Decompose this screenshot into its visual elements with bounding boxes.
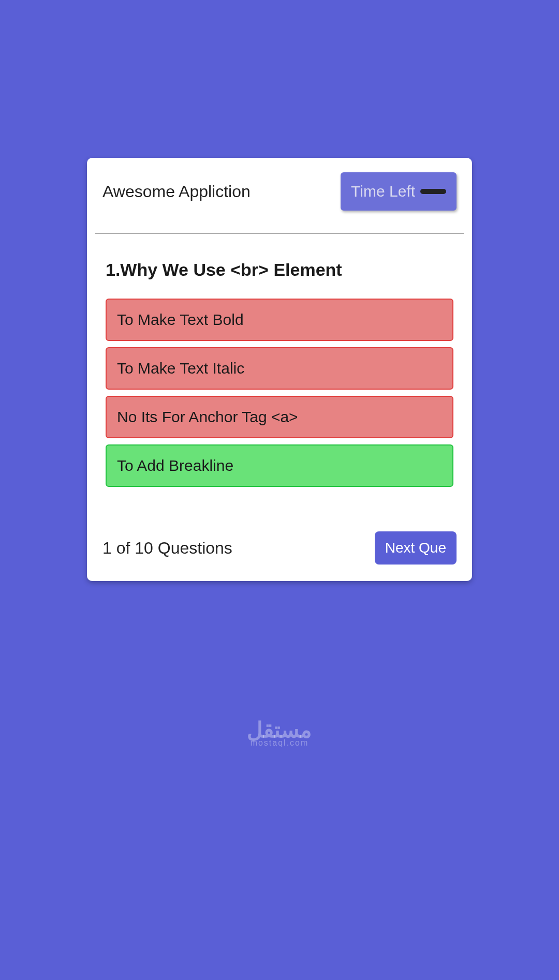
question-text: 1.Why We Use <br> Element bbox=[106, 260, 453, 280]
options-list: To Make Text Bold To Make Text Italic No… bbox=[106, 299, 453, 487]
watermark-arabic: مستقل bbox=[247, 719, 312, 741]
time-left-label: Time Left bbox=[351, 183, 415, 200]
option-1[interactable]: To Make Text Bold bbox=[106, 299, 453, 341]
watermark: مستقل mostaql.com bbox=[247, 719, 312, 747]
card-header: Awesome Appliction Time Left bbox=[95, 158, 464, 223]
card-footer: 1 of 10 Questions Next Que bbox=[95, 497, 464, 581]
question-block: 1.Why We Use <br> Element To Make Text B… bbox=[95, 234, 464, 497]
option-2[interactable]: To Make Text Italic bbox=[106, 347, 453, 390]
quiz-card: Awesome Appliction Time Left 1.Why We Us… bbox=[87, 158, 472, 581]
time-left-badge: Time Left bbox=[341, 172, 457, 211]
option-4[interactable]: To Add Breakline bbox=[106, 444, 453, 487]
option-3[interactable]: No Its For Anchor Tag <a> bbox=[106, 396, 453, 438]
watermark-domain: mostaql.com bbox=[247, 739, 312, 747]
time-left-bar-icon bbox=[420, 189, 446, 194]
progress-text: 1 of 10 Questions bbox=[102, 539, 232, 558]
app-title: Awesome Appliction bbox=[102, 182, 251, 201]
next-question-button[interactable]: Next Que bbox=[375, 531, 457, 565]
